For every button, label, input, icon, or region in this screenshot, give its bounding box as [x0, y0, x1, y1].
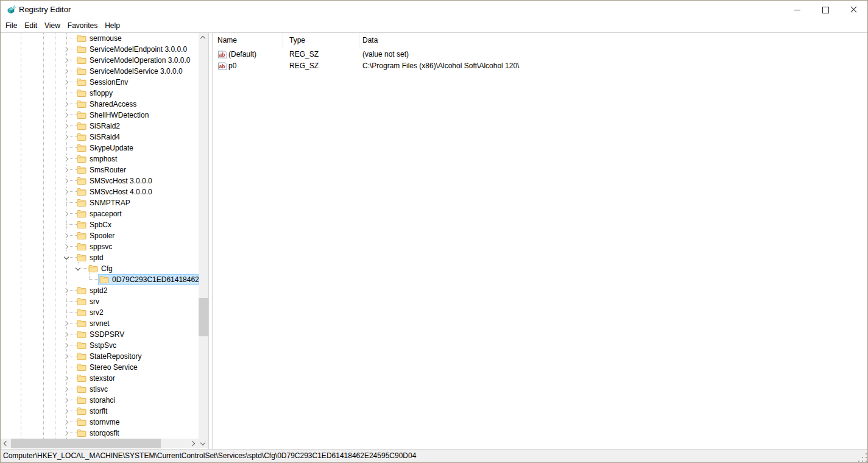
svg-text:ab: ab: [219, 52, 225, 58]
column-header-data[interactable]: Data: [359, 33, 542, 48]
column-divider[interactable]: [359, 33, 359, 48]
collapse-chevron-down-icon[interactable]: [74, 265, 82, 272]
registry-value-row[interactable]: ab(Default)REG_SZ(value not set): [213, 49, 867, 60]
expand-chevron-right-icon[interactable]: [63, 133, 70, 141]
menu-file[interactable]: File: [2, 19, 21, 32]
folder-icon: [77, 199, 86, 207]
minimize-button[interactable]: [783, 1, 811, 19]
tree-item-spaceport[interactable]: spaceport: [1, 208, 199, 219]
tree-item-shellhwdetection[interactable]: ShellHWDetection: [1, 110, 199, 121]
expand-chevron-right-icon[interactable]: [63, 46, 70, 53]
scroll-left-button[interactable]: [1, 439, 10, 448]
tree-item-smsvchost-3-0-0-0[interactable]: SMSvcHost 3.0.0.0: [1, 175, 199, 186]
tree-item-servicemodeloperation-3-0-0-0[interactable]: ServiceModelOperation 3.0.0.0: [1, 55, 199, 66]
tree-item-srvnet[interactable]: srvnet: [1, 318, 199, 329]
tree-connector-line: [66, 301, 77, 302]
expand-chevron-right-icon[interactable]: [63, 320, 70, 327]
tree-connector-line: [66, 147, 77, 148]
expand-chevron-right-icon[interactable]: [63, 122, 70, 130]
tree-item-stisvc[interactable]: stisvc: [1, 384, 199, 395]
tree-item-sermouse[interactable]: sermouse: [1, 33, 199, 44]
tree-item-smsvchost-4-0-0-0[interactable]: SMSvcHost 4.0.0.0: [1, 186, 199, 197]
tree-item-stornvme[interactable]: stornvme: [1, 417, 199, 428]
collapse-chevron-down-icon[interactable]: [63, 254, 70, 261]
menu-favorites[interactable]: Favorites: [64, 19, 101, 32]
expand-chevron-right-icon[interactable]: [63, 57, 70, 64]
tree-item-servicemodelservice-3-0-0-0[interactable]: ServiceModelService 3.0.0.0: [1, 66, 199, 77]
tree-item-stexstor[interactable]: stexstor: [1, 373, 199, 384]
tree-item-sppsvc[interactable]: sppsvc: [1, 241, 199, 252]
expand-chevron-right-icon[interactable]: [63, 166, 70, 174]
registry-value-row[interactable]: abp0REG_SZC:\Program Files (x86)\Alcohol…: [213, 60, 867, 72]
tree-item-sessionenv[interactable]: SessionEnv: [1, 77, 199, 88]
chevron-glyph: [63, 343, 68, 348]
expand-chevron-right-icon[interactable]: [63, 287, 70, 294]
tree-connector-line: [66, 312, 77, 313]
tree-item-sfloppy[interactable]: sfloppy: [1, 88, 199, 99]
expand-chevron-right-icon[interactable]: [63, 232, 70, 239]
folder-icon: [77, 45, 86, 53]
tree-item-srv2[interactable]: srv2: [1, 307, 199, 318]
chevron-glyph: [63, 178, 68, 183]
expand-chevron-right-icon[interactable]: [63, 342, 70, 349]
menu-help[interactable]: Help: [101, 19, 124, 32]
close-button[interactable]: [839, 1, 867, 19]
column-header-name[interactable]: Name: [213, 33, 283, 48]
folder-icon: [88, 264, 98, 272]
tree-horizontal-scrollbar[interactable]: [1, 439, 199, 448]
tree-item-label: SstpSvc: [88, 340, 116, 351]
tree-item-cfg[interactable]: Cfg: [1, 263, 199, 274]
vertical-scroll-thumb[interactable]: [199, 298, 208, 336]
tree-item-snmptrap[interactable]: SNMPTRAP: [1, 197, 199, 208]
tree-item-spbcx[interactable]: SpbCx: [1, 219, 199, 230]
expand-chevron-right-icon[interactable]: [63, 188, 70, 196]
expand-chevron-right-icon[interactable]: [63, 68, 70, 75]
menu-edit[interactable]: Edit: [21, 19, 41, 32]
tree-item-srv[interactable]: srv: [1, 296, 199, 307]
expand-chevron-right-icon[interactable]: [63, 331, 70, 338]
tree-item-0d79c293c1ed61418462e24595c90d04[interactable]: 0D79C293C1ED61418462E24595C90D04: [1, 274, 199, 285]
expand-chevron-right-icon[interactable]: [63, 243, 70, 250]
horizontal-scroll-thumb[interactable]: [11, 439, 161, 448]
expand-chevron-right-icon[interactable]: [63, 111, 70, 119]
expand-chevron-right-icon[interactable]: [63, 386, 70, 393]
tree-item-sptd[interactable]: sptd: [1, 252, 199, 263]
scroll-right-button[interactable]: [189, 439, 199, 448]
expand-chevron-right-icon[interactable]: [63, 210, 70, 217]
expand-chevron-right-icon[interactable]: [63, 155, 70, 163]
tree-item-storahci[interactable]: storahci: [1, 395, 199, 406]
column-header-type[interactable]: Type: [283, 33, 359, 48]
tree-item-sstpsvc[interactable]: SstpSvc: [1, 340, 199, 351]
expand-chevron-right-icon[interactable]: [63, 79, 70, 86]
tree-item-sharedaccess[interactable]: SharedAccess: [1, 99, 199, 110]
scroll-down-button[interactable]: [199, 439, 208, 448]
expand-chevron-right-icon[interactable]: [63, 101, 70, 108]
tree-item-label: Spooler: [88, 230, 115, 241]
expand-chevron-right-icon[interactable]: [63, 429, 70, 437]
tree-item-spooler[interactable]: Spooler: [1, 230, 199, 241]
tree-item-smphost[interactable]: smphost: [1, 154, 199, 164]
tree-item-sisraid2[interactable]: SiSRaid2: [1, 121, 199, 132]
expand-chevron-right-icon[interactable]: [63, 419, 70, 426]
tree-item-storflt[interactable]: storflt: [1, 406, 199, 417]
expand-chevron-right-icon[interactable]: [63, 397, 70, 404]
tree-item-smsrouter[interactable]: SmsRouter: [1, 164, 199, 175]
tree-item-stereo-service[interactable]: Stereo Service: [1, 362, 199, 373]
tree-item-ssdpsrv[interactable]: SSDPSRV: [1, 329, 199, 340]
expand-chevron-right-icon[interactable]: [63, 353, 70, 360]
tree-item-skypeupdate[interactable]: SkypeUpdate: [1, 143, 199, 154]
expand-chevron-right-icon[interactable]: [63, 375, 70, 382]
tree-item-storqosflt[interactable]: storqosflt: [1, 428, 199, 439]
expand-chevron-right-icon[interactable]: [63, 408, 70, 415]
scroll-up-button[interactable]: [199, 33, 208, 43]
tree-item-sptd2[interactable]: sptd2: [1, 285, 199, 296]
expand-chevron-right-icon[interactable]: [63, 177, 70, 185]
tree-vertical-scrollbar[interactable]: [199, 33, 208, 448]
maximize-button[interactable]: [811, 1, 839, 19]
tree-item-sisraid4[interactable]: SiSRaid4: [1, 132, 199, 143]
column-divider[interactable]: [283, 33, 283, 48]
resize-grip[interactable]: [858, 453, 867, 462]
tree-item-servicemodelendpoint-3-0-0-0[interactable]: ServiceModelEndpoint 3.0.0.0: [1, 44, 199, 55]
tree-item-staterepository[interactable]: StateRepository: [1, 351, 199, 362]
menu-view[interactable]: View: [41, 19, 64, 32]
